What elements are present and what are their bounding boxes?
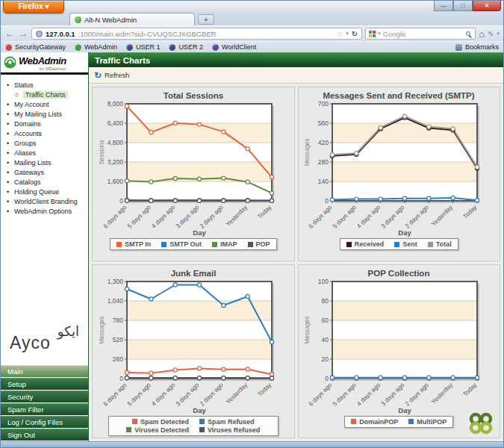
legend-swatch-icon [394, 242, 399, 247]
chart-panel-junk-email: Junk Email02605207801,0401,3006 days ago… [92, 264, 295, 439]
toolbar-dropdown-icon[interactable]: ▾ [497, 31, 500, 37]
bookmark-item[interactable]: USER 2 [169, 43, 203, 51]
svg-text:5 days ago: 5 days ago [332, 381, 358, 407]
forward-button[interactable]: → [18, 28, 28, 39]
svg-text:6 days ago: 6 days ago [308, 204, 334, 230]
bookmark-item[interactable]: SecurityGateway [5, 43, 66, 51]
legend-swatch-icon [161, 242, 167, 247]
legend-swatch-icon [212, 242, 217, 247]
menu-item-spam-filter[interactable]: Spam Filter [1, 403, 88, 415]
home-icon[interactable]: ⌂ [479, 29, 485, 39]
sidebar-item-traffic-charts[interactable]: ○Traffic Charts [5, 90, 87, 99]
svg-text:Today: Today [256, 203, 273, 220]
sidebar-item-domains[interactable]: •Domains [5, 119, 87, 128]
minimize-button[interactable]: — [434, 1, 453, 11]
svg-text:Messages: Messages [304, 138, 311, 166]
google-engine-icon[interactable] [369, 31, 376, 37]
bookmark-item[interactable]: USER 1 [126, 43, 161, 51]
tab-alt-n-webadmin[interactable]: Alt-N WebAdmin [69, 13, 195, 25]
webadmin-favicon-icon [75, 16, 81, 23]
sidebar-item-label: Domains [14, 120, 41, 128]
bullet-icon: • [5, 81, 10, 89]
engine-dropdown-icon[interactable]: ▾ [378, 31, 381, 37]
sidebar-item-webadmin-options[interactable]: •WebAdmin Options [5, 206, 87, 216]
bullet-icon: • [5, 111, 10, 118]
menu-item-security[interactable]: Security [1, 391, 88, 402]
bookmark-label: SecurityGateway [15, 43, 66, 51]
sidebar-item-status[interactable]: •Status [5, 80, 87, 90]
close-button[interactable]: ✕ [473, 1, 501, 11]
site-identity-icon[interactable] [36, 31, 43, 37]
back-button[interactable]: ← [4, 28, 15, 39]
menu-item-log-config-files[interactable]: Log / Config Files [1, 416, 88, 428]
sidebar-item-label: Traffic Charts [23, 91, 68, 99]
feedback-icon[interactable]: ✎ [488, 30, 494, 38]
svg-text:1,040: 1,040 [107, 297, 123, 305]
bookmark-item[interactable]: WorldClient [212, 43, 256, 51]
search-input[interactable]: Google [383, 30, 464, 38]
legend-label: SMTP In [125, 240, 151, 248]
legend-item: Viruses Refused [199, 426, 260, 434]
tab-strip: Alt-N WebAdmin + [1, 13, 503, 25]
ayco-logo: ايكو Ayco [1, 323, 88, 353]
bookmarks-menu-button[interactable]: Bookmarks [455, 43, 499, 51]
sidebar-item-groups[interactable]: •Groups [5, 138, 87, 148]
sidebar-item-my-account[interactable]: •My Account [5, 99, 87, 109]
search-icon[interactable] [466, 31, 470, 36]
pop-collection-chart: POP Collection0204060801006 days ago5 da… [302, 267, 495, 416]
svg-text:8,000: 8,000 [107, 100, 123, 108]
legend-label: Spam Detected [140, 418, 189, 426]
refresh-button[interactable]: Refresh [105, 71, 129, 79]
sidebar-item-label: Accounts [14, 130, 42, 137]
bookmark-label: WorldClient [222, 43, 256, 51]
svg-text:Day: Day [399, 406, 412, 414]
bookmark-label: USER 1 [136, 43, 161, 51]
firefox-menu-button[interactable]: Firefox ▾ [3, 1, 64, 13]
bookmark-favicon-icon [75, 44, 81, 51]
window-bottom-border [1, 441, 503, 447]
url-bar[interactable]: 127.0.0.1 :1000/main.wdm?sid=CVUQSCJXGBG… [31, 28, 362, 40]
menu-item-setup[interactable]: Setup [1, 378, 88, 390]
url-path: :1000/main.wdm?sid=CVUQSCJXGBGBER [78, 30, 334, 38]
messages-smtp-legend: ReceivedSentTotal [340, 238, 458, 250]
sidebar-item-aliases[interactable]: •Aliases [5, 148, 87, 158]
svg-text:Yesterday: Yesterday [430, 381, 455, 405]
menu-item-main[interactable]: Main [1, 365, 88, 377]
sidebar-item-worldclient-branding[interactable]: •WorldClient Branding [5, 196, 87, 206]
sidebar-item-label: Status [14, 81, 34, 89]
sidebar-item-my-mailing-lists[interactable]: •My Mailing Lists [5, 109, 87, 119]
search-bar[interactable]: ▾ Google [365, 28, 476, 40]
chart-panel-total-sessions: Total Sessions01,6003,2004,8006,4008,000… [92, 87, 295, 261]
sidebar-item-label: Gateways [14, 169, 44, 176]
sidebar-item-gateways[interactable]: •Gateways [5, 167, 87, 177]
svg-text:700: 700 [318, 100, 329, 108]
maximize-button[interactable]: □ [453, 1, 473, 11]
sidebar-item-holding-queue[interactable]: •Holding Queue [5, 187, 87, 196]
bookmark-label: USER 2 [178, 43, 203, 51]
legend-item: Received [346, 240, 385, 248]
sidebar-item-catalogs[interactable]: •Catalogs [5, 177, 87, 187]
legend-label: Total [436, 240, 452, 248]
urlbar-dropdown-icon[interactable]: ▾ [346, 31, 349, 37]
svg-text:Day: Day [193, 406, 206, 414]
menu-item-sign-out[interactable]: Sign Out [1, 429, 88, 441]
messages-smtp-chart: Messages Sent and Received (SMTP)0140280… [302, 89, 495, 238]
legend-item: Viruses Detected [126, 426, 189, 434]
svg-text:Day: Day [399, 228, 412, 237]
bookmark-star-icon[interactable]: ☆ [336, 30, 343, 38]
svg-text:100: 100 [318, 278, 329, 285]
sidebar-item-mailing-lists[interactable]: •Mailing Lists [5, 158, 87, 167]
sidebar-item-accounts[interactable]: •Accounts [5, 128, 87, 138]
new-tab-button[interactable]: + [198, 14, 214, 25]
svg-text:0: 0 [119, 375, 123, 382]
bullet-icon: • [5, 120, 10, 128]
legend-item: Spam Refused [199, 418, 255, 426]
bullet-icon: • [5, 169, 10, 176]
bookmark-item[interactable]: WebAdmin [75, 43, 117, 51]
urlbar-icons: ☆ ▾ ↻ [336, 30, 358, 38]
svg-text:4 days ago: 4 days ago [356, 204, 382, 230]
svg-text:Yesterday: Yesterday [430, 203, 455, 228]
svg-text:780: 780 [113, 317, 123, 324]
reload-icon[interactable]: ↻ [352, 30, 358, 38]
main-area: Traffic Charts ↻ Refresh Total Sessions0… [89, 52, 503, 441]
